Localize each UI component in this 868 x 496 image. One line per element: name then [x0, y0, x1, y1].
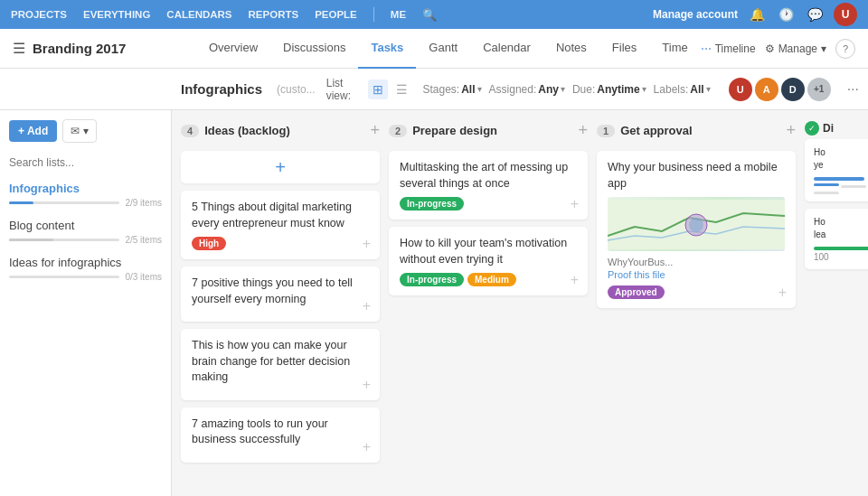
timeline-icon: ⋯ [701, 42, 712, 55]
filter-group: Stages: All ▾ Assigned: Any ▾ Due: Anyti… [422, 83, 710, 96]
tab-overview[interactable]: Overview [196, 29, 270, 69]
assigned-arrow: ▾ [561, 84, 565, 94]
nav-me[interactable]: ME [391, 9, 406, 20]
more-options-button[interactable]: ··· [847, 81, 859, 98]
second-nav: ☰ Branding 2017 Overview Discussions Tas… [0, 29, 868, 69]
labels-value: All [690, 83, 703, 96]
main-layout: + Add ✉ ▾ Infographics 2/9 items Blog co… [0, 110, 868, 496]
col-add-button[interactable]: + [370, 121, 380, 140]
add-btn-row: + Add ✉ ▾ [0, 119, 171, 152]
column-ideas-backlog: 4 Ideas (backlog) + + 5 Things about dig… [181, 119, 380, 487]
top-nav-links: PROJECTS EVERYTHING CALENDARS REPORTS PE… [11, 7, 653, 22]
avatar-d[interactable]: D [781, 78, 805, 101]
sidebar-item-ideas[interactable]: Ideas for infographics 0/3 items [0, 250, 171, 287]
labels-filter[interactable]: Labels: All ▾ [654, 83, 711, 96]
card-add-button[interactable]: + [571, 196, 579, 212]
search-lists-input[interactable] [9, 156, 162, 169]
card-add-button[interactable]: + [571, 272, 579, 288]
tab-tasks[interactable]: Tasks [358, 29, 416, 69]
card-1: 5 Things about digital marketing every e… [181, 191, 380, 259]
tag-in-progress: In-progress [400, 197, 464, 211]
col-add-button[interactable]: + [786, 121, 796, 140]
search-lists-container [0, 152, 171, 176]
nav-reports[interactable]: REPORTS [249, 9, 299, 20]
col-header-approval: 1 Get approval + [597, 119, 796, 144]
progress-fill [9, 201, 33, 204]
tab-gantt[interactable]: Gantt [416, 29, 470, 69]
new-card-button[interactable]: + [181, 151, 380, 183]
due-filter[interactable]: Due: Anytime ▾ [572, 83, 646, 96]
col-add-button[interactable]: + [578, 121, 588, 140]
tab-time[interactable]: Time [649, 29, 700, 69]
partial-progress-bar-2 [814, 247, 868, 250]
tab-notes[interactable]: Notes [543, 29, 599, 69]
add-button[interactable]: + Add [9, 120, 57, 142]
card-add-button[interactable]: + [363, 298, 371, 314]
partial-card-title: Hoye [814, 146, 868, 172]
search-icon[interactable]: 🔍 [422, 8, 437, 22]
card-add-button[interactable]: + [363, 439, 371, 455]
avatar-u[interactable]: U [729, 78, 752, 101]
tab-files[interactable]: Files [599, 29, 649, 69]
proof-file-link[interactable]: Proof this file [608, 269, 785, 280]
tab-calendar[interactable]: Calendar [470, 29, 543, 69]
nav-projects[interactable]: PROJECTS [11, 9, 67, 20]
brand-title: Branding 2017 [33, 41, 196, 56]
labels-label: Labels: [654, 83, 689, 96]
due-arrow: ▾ [642, 84, 646, 94]
manage-button[interactable]: ⚙ Manage ▾ [765, 42, 826, 55]
card-title: 7 amazing tools to run your business suc… [192, 416, 369, 448]
stages-arrow: ▾ [477, 84, 482, 94]
card-image [608, 197, 785, 251]
col-count: 1 [597, 125, 615, 137]
timeline-button[interactable]: ⋯ Timeline [701, 42, 756, 55]
user-avatar[interactable]: U [834, 3, 857, 26]
card-7: Why your business need a mobile app WhyY… [597, 151, 796, 308]
card-tags: High [192, 237, 369, 250]
card-3: This is how you can make your brain chan… [181, 329, 380, 400]
progress-row: 0/3 items [9, 272, 162, 282]
card-add-button[interactable]: + [363, 377, 371, 393]
assigned-label: Assigned: [489, 83, 537, 96]
nav-everything[interactable]: EVERYTHING [83, 9, 150, 20]
partial-card-1: Hoye [805, 139, 868, 201]
email-button[interactable]: ✉ ▾ [62, 119, 96, 143]
col-title-right: Di [823, 122, 834, 135]
hamburger-icon[interactable]: ☰ [13, 40, 25, 57]
help-button[interactable]: ? [835, 39, 855, 59]
clock-icon[interactable]: 🕐 [776, 5, 796, 24]
partial-card-2: Holea 100 [805, 209, 868, 269]
list-view-icon[interactable]: ☰ [392, 80, 411, 99]
avatar-a[interactable]: A [755, 78, 778, 101]
avatar-plus[interactable]: +1 [807, 78, 831, 101]
due-value: Anytime [597, 83, 639, 96]
due-label: Due: [572, 83, 595, 96]
bell-icon[interactable]: 🔔 [747, 5, 767, 24]
timeline-label: Timeline [715, 42, 756, 55]
progress-row: 2/5 items [9, 235, 162, 245]
progress-row: 2/9 items [9, 198, 162, 208]
stages-filter[interactable]: Stages: All ▾ [422, 83, 481, 96]
assigned-filter[interactable]: Assigned: Any ▾ [489, 83, 565, 96]
svg-point-2 [689, 218, 703, 232]
top-nav: PROJECTS EVERYTHING CALENDARS REPORTS PE… [0, 0, 868, 29]
manage-account[interactable]: Manage account [653, 8, 738, 21]
nav-calendars[interactable]: CALENDARS [166, 9, 231, 20]
card-5: Multitasking the art of messing up sever… [389, 151, 588, 220]
done-icon: ✓ [805, 121, 819, 136]
sidebar-item-blog[interactable]: Blog content 2/5 items [0, 213, 171, 250]
gear-icon: ⚙ [765, 42, 775, 55]
tab-discussions[interactable]: Discussions [270, 29, 358, 69]
card-add-button[interactable]: + [778, 285, 787, 301]
progress-fill [9, 239, 53, 241]
nav-people[interactable]: PEOPLE [315, 9, 357, 20]
sidebar-item-infographics[interactable]: Infographics 2/9 items [0, 176, 171, 213]
stages-label: Stages: [422, 83, 459, 96]
card-title: 5 Things about digital marketing every e… [192, 200, 369, 231]
progress-label: 2/5 items [125, 235, 162, 245]
chat-icon[interactable]: 💬 [805, 5, 825, 24]
col-title: Prepare design [412, 124, 497, 137]
card-6: How to kill your team's motivation witho… [389, 227, 588, 295]
card-add-button[interactable]: + [363, 236, 371, 252]
grid-view-icon[interactable]: ⊞ [368, 80, 388, 99]
